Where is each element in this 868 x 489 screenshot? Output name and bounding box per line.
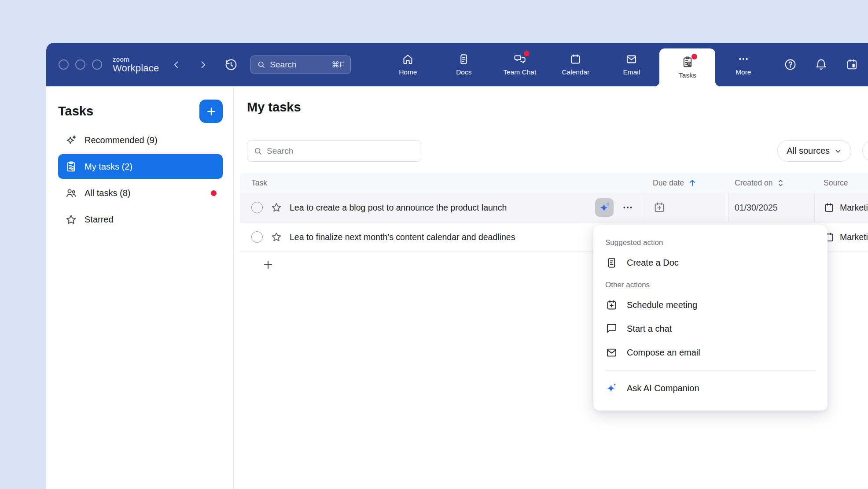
notification-badge xyxy=(691,54,697,59)
question-icon xyxy=(784,58,797,71)
nav-item-docs[interactable]: Docs xyxy=(436,43,492,86)
window-control-dot[interactable] xyxy=(75,59,85,70)
task-row[interactable]: Lea to create a blog post to announce th… xyxy=(240,193,868,222)
menu-section-title: Suggested action xyxy=(605,238,816,247)
star-button[interactable] xyxy=(270,202,282,214)
sidebar-title: Tasks xyxy=(58,104,93,119)
sidebar-item-my-tasks[interactable]: My tasks (2) xyxy=(58,154,223,179)
nav-item-home[interactable]: Home xyxy=(380,43,436,86)
sparkle-icon xyxy=(65,134,77,146)
email-icon xyxy=(605,346,618,359)
new-task-button[interactable] xyxy=(199,100,223,123)
notification-badge xyxy=(524,51,530,56)
forward-button[interactable] xyxy=(197,59,209,71)
docs-icon xyxy=(458,53,470,65)
nav-items: Home Docs Team Chat Calendar xyxy=(380,43,771,86)
sidebar-item-label: My tasks (2) xyxy=(85,162,132,172)
calendar-panel-icon xyxy=(846,58,858,71)
chat-icon xyxy=(605,322,618,335)
sources-filter-label: All sources xyxy=(787,146,830,156)
help-button[interactable] xyxy=(783,58,797,71)
row-more-button[interactable] xyxy=(622,201,634,214)
star-icon xyxy=(65,214,77,226)
chevron-down-icon xyxy=(834,147,842,155)
sidebar-item-label: Recommended (9) xyxy=(85,135,158,145)
history-button[interactable] xyxy=(224,58,238,72)
column-header-task: Task xyxy=(240,173,642,193)
navbar: zoom Workplace Search ⌘F xyxy=(46,43,868,86)
column-header-created-on[interactable]: Created on xyxy=(728,173,815,193)
team-chat-icon xyxy=(514,53,526,65)
nav-item-label: More xyxy=(736,68,751,76)
task-title: Lea to finalize next month’s content cal… xyxy=(290,232,515,242)
star-button[interactable] xyxy=(270,231,282,243)
sort-icon xyxy=(776,179,785,187)
task-action-menu: Suggested action Create a Doc Other acti… xyxy=(593,225,828,411)
calendar-plus-icon xyxy=(605,299,618,311)
nav-item-calendar[interactable]: Calendar xyxy=(548,43,603,86)
window-control-dot[interactable] xyxy=(59,59,69,70)
task-title: Lea to create a blog post to announce th… xyxy=(290,203,507,213)
plus-icon xyxy=(262,259,274,271)
ai-sparkle-icon xyxy=(599,202,611,214)
navbar-right-actions xyxy=(783,58,858,71)
clipboard-check-icon xyxy=(65,161,77,173)
created-on-value: 01/30/2025 xyxy=(735,203,778,213)
sidebar-item-label: Starred xyxy=(85,215,114,225)
unread-dot xyxy=(211,190,217,196)
navbar-search[interactable]: Search ⌘F xyxy=(250,56,351,74)
navbar-search-placeholder: Search xyxy=(270,60,296,70)
add-due-date-button[interactable] xyxy=(653,201,666,214)
sidebar-item-starred[interactable]: Starred xyxy=(58,207,223,232)
column-header-due-date[interactable]: Due date xyxy=(642,173,728,193)
calendar-icon xyxy=(824,202,835,213)
window-control-dot[interactable] xyxy=(92,59,102,70)
app-window: zoom Workplace Search ⌘F xyxy=(46,43,868,489)
page-title: My tasks xyxy=(247,100,868,115)
menu-item-ask-ai-companion[interactable]: Ask AI Companion xyxy=(605,376,816,400)
filter-button-partial[interactable] xyxy=(862,140,868,162)
sort-ascending-icon xyxy=(688,178,697,188)
nav-item-label: Docs xyxy=(456,68,471,76)
menu-item-schedule-meeting[interactable]: Schedule meeting xyxy=(605,293,816,317)
notifications-button[interactable] xyxy=(814,58,828,71)
menu-item-start-chat[interactable]: Start a chat xyxy=(605,317,816,341)
sidebar-list: Recommended (9) My tasks (2) All tasks (… xyxy=(58,128,223,232)
sidebar-item-recommended[interactable]: Recommended (9) xyxy=(58,128,223,152)
task-checkbox[interactable] xyxy=(251,231,263,243)
calendar-icon xyxy=(570,53,582,65)
menu-item-label: Compose an email xyxy=(627,348,700,358)
people-icon xyxy=(65,187,77,199)
email-icon xyxy=(625,53,638,65)
ai-sparkle-icon xyxy=(605,382,618,395)
plus-icon xyxy=(206,106,217,117)
toolbar: All sources xyxy=(240,140,868,162)
search-icon xyxy=(257,60,265,69)
nav-item-email[interactable]: Email xyxy=(603,43,659,86)
more-icon xyxy=(737,53,750,65)
nav-item-tasks[interactable]: Tasks xyxy=(659,48,715,86)
bell-icon xyxy=(815,58,828,71)
sidebar: Tasks Recommended (9) xyxy=(46,86,234,489)
menu-item-label: Ask AI Companion xyxy=(627,383,699,393)
menu-item-label: Create a Doc xyxy=(627,258,679,268)
doc-icon xyxy=(605,256,618,269)
chevron-left-icon xyxy=(172,60,181,69)
menu-item-compose-email[interactable]: Compose an email xyxy=(605,341,816,364)
menu-item-create-doc[interactable]: Create a Doc xyxy=(605,251,816,274)
table-header: Task Due date Created on xyxy=(240,173,868,193)
calendar-panel-button[interactable] xyxy=(845,58,858,71)
task-checkbox[interactable] xyxy=(251,202,263,213)
task-search-input[interactable] xyxy=(267,146,415,156)
nav-item-team-chat[interactable]: Team Chat xyxy=(492,43,548,86)
nav-item-label: Team Chat xyxy=(503,68,536,76)
nav-item-label: Email xyxy=(623,68,640,76)
nav-item-more[interactable]: More xyxy=(715,43,771,86)
menu-section-title: Other actions xyxy=(605,281,816,289)
back-button[interactable] xyxy=(170,59,183,71)
ai-companion-button[interactable] xyxy=(595,198,614,217)
sources-filter-dropdown[interactable]: All sources xyxy=(777,140,851,162)
sidebar-item-all-tasks[interactable]: All tasks (8) xyxy=(58,181,223,205)
nav-item-label: Calendar xyxy=(562,68,589,76)
history-icon xyxy=(224,58,238,71)
